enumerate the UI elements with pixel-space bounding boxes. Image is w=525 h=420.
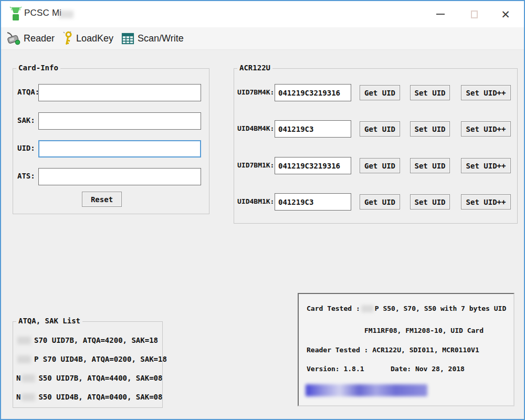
list-item-text: S50 UID7B, ATQA=4400, SAK=08 xyxy=(38,374,162,382)
minimize-button[interactable] xyxy=(428,1,453,27)
list-item-prefix: N xyxy=(16,393,20,401)
uid-label: UID: xyxy=(17,144,35,152)
toolbar-label-scanwrite: Scan/Write xyxy=(138,33,184,44)
set-uid-pp-button-1[interactable]: Set UID++ xyxy=(461,85,511,100)
card-tested-value: P S50, S70, S50 with 7 bytes UID xyxy=(375,304,506,312)
minimize-icon xyxy=(436,14,445,15)
set-uid-pp-button-4[interactable]: Set UID++ xyxy=(461,194,511,209)
card-tested-label: Card Tested : xyxy=(307,304,360,312)
atqa-sak-list-legend: ATQA, SAK List xyxy=(16,317,82,325)
sak-input[interactable] xyxy=(38,112,201,130)
list-item-text: S70 UID7B, ATQA=4200, SAK=18 xyxy=(34,336,158,344)
toolbar-button-scanwrite[interactable]: Scan/Write xyxy=(118,29,187,48)
card-tested-line: Card Tested : P S50, S70, S50 with 7 byt… xyxy=(307,304,506,312)
sak-label: SAK: xyxy=(17,116,35,124)
card-tested-value-2: FM11RF08, FM1208-10, UID Card xyxy=(364,327,484,334)
redacted-title-text xyxy=(59,10,74,18)
version-value: Version: 1.8.1 xyxy=(307,365,364,373)
redacted-vendor-text xyxy=(22,393,35,401)
reader-tested-value: Reader Tested : ACR122U, SDI011, MCR0110… xyxy=(307,346,479,354)
list-item-text: P S70 UID4B, ATQA=0200, SAK=18 xyxy=(34,355,167,363)
list-item: N S50 UID4B, ATQA=0400, SAK=08 xyxy=(16,392,162,402)
toolbar-button-reader[interactable]: Reader xyxy=(3,29,58,48)
set-uid-pp-button-2[interactable]: Set UID++ xyxy=(461,121,511,136)
get-uid-button-4[interactable]: Get UID xyxy=(360,194,400,209)
about-info-panel: Card Tested : P S50, S70, S50 with 7 byt… xyxy=(298,293,514,406)
key-icon xyxy=(62,31,74,46)
atqa-label: ATQA: xyxy=(17,88,39,96)
list-item: S70 UID7B, ATQA=4200, SAK=18 xyxy=(16,335,158,345)
uid7bm4k-input[interactable] xyxy=(275,84,351,101)
version-line: Version: 1.8.1 xyxy=(307,365,364,373)
card-tested-line-2: FM11RF08, FM1208-10, UID Card xyxy=(364,327,484,334)
uid4bm1k-input[interactable] xyxy=(275,193,351,211)
list-item: P S70 UID4B, ATQA=0200, SAK=18 xyxy=(16,354,167,364)
acr122u-group: ACR122U UID7BM4K: Get UID Set UID Set UI… xyxy=(234,68,518,224)
atqa-input[interactable] xyxy=(38,84,201,101)
maximize-icon xyxy=(471,10,478,18)
card-info-legend: Card-Info xyxy=(16,64,60,72)
redacted-vendor-text xyxy=(22,374,35,382)
uid7bm1k-label: UID7BM1K: xyxy=(237,161,274,169)
reset-button[interactable]: Reset xyxy=(82,192,122,207)
acr122u-legend: ACR122U xyxy=(237,64,272,72)
set-uid-button-4[interactable]: Set UID xyxy=(410,194,450,209)
redacted-vendor-text xyxy=(17,355,31,363)
table-grid-icon xyxy=(121,32,135,46)
get-uid-button-1[interactable]: Get UID xyxy=(360,85,400,100)
date-value: Date: Nov 28, 2018 xyxy=(391,365,465,373)
toolbar: Reader LoadKey Scan/Write xyxy=(1,27,524,50)
toolbar-label-reader: Reader xyxy=(24,33,55,44)
redacted-contact-link xyxy=(306,384,427,396)
ats-label: ATS: xyxy=(17,172,35,180)
uid4bm4k-label: UID4BM4K: xyxy=(237,124,274,132)
list-item-prefix: N xyxy=(16,374,20,382)
card-reader-icon xyxy=(6,31,21,46)
app-logo-icon xyxy=(9,6,23,23)
redacted-vendor-text xyxy=(17,337,31,344)
set-uid-button-2[interactable]: Set UID xyxy=(410,121,450,136)
uid4bm1k-label: UID4BM1K: xyxy=(237,197,274,205)
redacted-vendor-text xyxy=(361,305,374,312)
toolbar-label-loadkey: LoadKey xyxy=(76,33,113,44)
window-title: PCSC Mi xyxy=(24,8,61,18)
set-uid-pp-button-3[interactable]: Set UID++ xyxy=(461,158,511,173)
app-window: PCSC Mi ✕ Reader xyxy=(0,0,525,420)
get-uid-button-2[interactable]: Get UID xyxy=(360,121,400,136)
reader-tested-line: Reader Tested : ACR122U, SDI011, MCR0110… xyxy=(307,346,479,354)
uid7bm4k-label: UID7BM4K: xyxy=(237,88,274,96)
title-bar: PCSC Mi ✕ xyxy=(1,1,524,27)
set-uid-button-3[interactable]: Set UID xyxy=(410,158,450,173)
close-button[interactable]: ✕ xyxy=(494,1,518,27)
list-item: N S50 UID7B, ATQA=4400, SAK=08 xyxy=(16,373,162,383)
set-uid-button-1[interactable]: Set UID xyxy=(410,85,450,100)
ats-input[interactable] xyxy=(38,168,201,185)
atqa-sak-list-group: ATQA, SAK List S70 UID7B, ATQA=4200, SAK… xyxy=(13,321,163,408)
uid-input[interactable] xyxy=(38,140,201,158)
uid7bm1k-input[interactable] xyxy=(275,157,351,174)
close-icon: ✕ xyxy=(501,9,510,20)
get-uid-button-3[interactable]: Get UID xyxy=(360,158,400,173)
maximize-button[interactable] xyxy=(462,1,486,27)
toolbar-button-loadkey[interactable]: LoadKey xyxy=(59,29,117,48)
list-item-text: S50 UID4B, ATQA=0400, SAK=08 xyxy=(38,393,162,401)
uid4bm4k-input[interactable] xyxy=(275,120,351,138)
card-info-group: Card-Info ATQA: SAK: UID: ATS: Reset xyxy=(13,68,209,214)
date-line: Date: Nov 28, 2018 xyxy=(391,365,465,373)
